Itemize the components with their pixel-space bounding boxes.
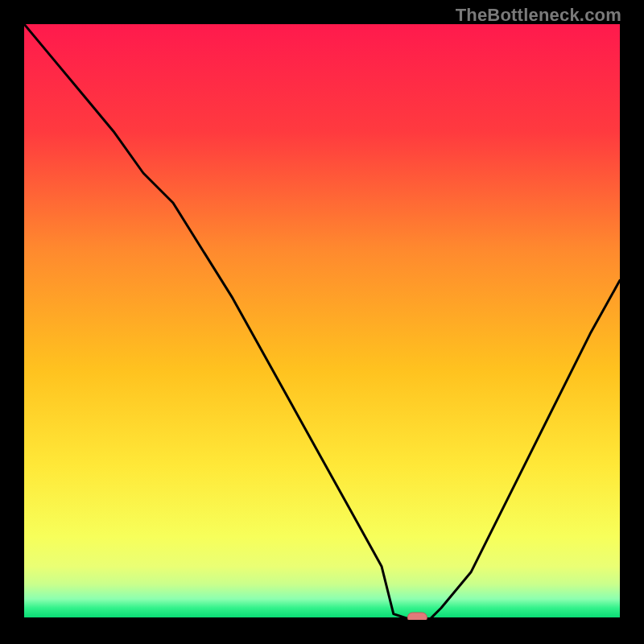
optimal-point-marker bbox=[407, 613, 427, 620]
chart-svg bbox=[24, 24, 620, 620]
heatmap-background bbox=[24, 24, 620, 620]
watermark-text: TheBottleneck.com bbox=[456, 5, 621, 26]
plot-area bbox=[24, 24, 620, 620]
chart-container: TheBottleneck.com bbox=[0, 0, 644, 644]
